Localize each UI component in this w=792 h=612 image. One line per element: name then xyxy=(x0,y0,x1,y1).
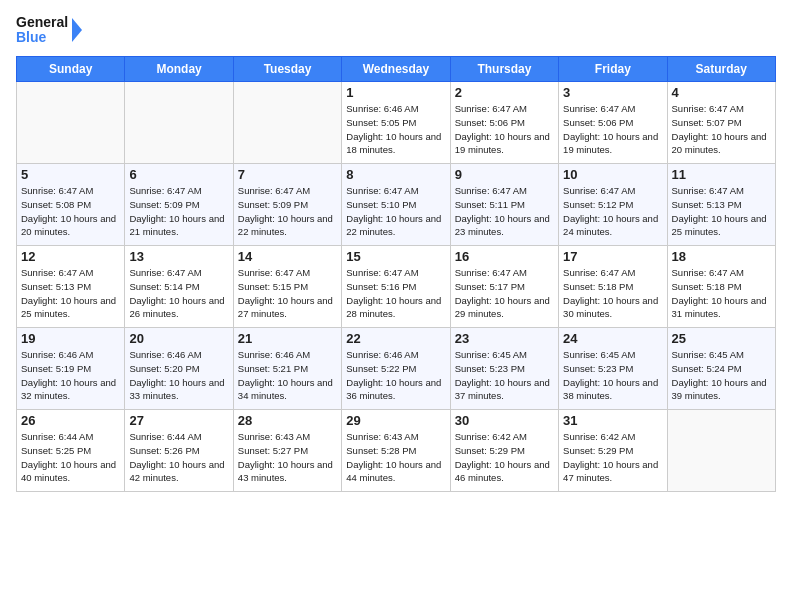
day-cell: 28Sunrise: 6:43 AMSunset: 5:27 PMDayligh… xyxy=(233,410,341,492)
day-number: 11 xyxy=(672,167,771,182)
day-number: 21 xyxy=(238,331,337,346)
day-cell: 26Sunrise: 6:44 AMSunset: 5:25 PMDayligh… xyxy=(17,410,125,492)
day-info: Sunrise: 6:47 AMSunset: 5:14 PMDaylight:… xyxy=(129,266,228,321)
day-number: 20 xyxy=(129,331,228,346)
day-number: 30 xyxy=(455,413,554,428)
day-info: Sunrise: 6:43 AMSunset: 5:28 PMDaylight:… xyxy=(346,430,445,485)
day-number: 5 xyxy=(21,167,120,182)
day-cell: 17Sunrise: 6:47 AMSunset: 5:18 PMDayligh… xyxy=(559,246,667,328)
week-row-1: 1Sunrise: 6:46 AMSunset: 5:05 PMDaylight… xyxy=(17,82,776,164)
day-number: 2 xyxy=(455,85,554,100)
day-info: Sunrise: 6:45 AMSunset: 5:23 PMDaylight:… xyxy=(563,348,662,403)
day-cell: 5Sunrise: 6:47 AMSunset: 5:08 PMDaylight… xyxy=(17,164,125,246)
day-cell: 1Sunrise: 6:46 AMSunset: 5:05 PMDaylight… xyxy=(342,82,450,164)
day-number: 28 xyxy=(238,413,337,428)
day-number: 1 xyxy=(346,85,445,100)
day-info: Sunrise: 6:44 AMSunset: 5:25 PMDaylight:… xyxy=(21,430,120,485)
day-cell: 8Sunrise: 6:47 AMSunset: 5:10 PMDaylight… xyxy=(342,164,450,246)
day-info: Sunrise: 6:46 AMSunset: 5:22 PMDaylight:… xyxy=(346,348,445,403)
day-cell: 27Sunrise: 6:44 AMSunset: 5:26 PMDayligh… xyxy=(125,410,233,492)
day-cell: 20Sunrise: 6:46 AMSunset: 5:20 PMDayligh… xyxy=(125,328,233,410)
day-info: Sunrise: 6:44 AMSunset: 5:26 PMDaylight:… xyxy=(129,430,228,485)
svg-text:General: General xyxy=(16,14,68,30)
day-number: 18 xyxy=(672,249,771,264)
header-cell-wednesday: Wednesday xyxy=(342,57,450,82)
day-cell xyxy=(125,82,233,164)
day-cell: 4Sunrise: 6:47 AMSunset: 5:07 PMDaylight… xyxy=(667,82,775,164)
week-row-4: 19Sunrise: 6:46 AMSunset: 5:19 PMDayligh… xyxy=(17,328,776,410)
day-info: Sunrise: 6:47 AMSunset: 5:15 PMDaylight:… xyxy=(238,266,337,321)
day-number: 10 xyxy=(563,167,662,182)
day-cell: 16Sunrise: 6:47 AMSunset: 5:17 PMDayligh… xyxy=(450,246,558,328)
day-info: Sunrise: 6:45 AMSunset: 5:23 PMDaylight:… xyxy=(455,348,554,403)
day-info: Sunrise: 6:47 AMSunset: 5:06 PMDaylight:… xyxy=(563,102,662,157)
day-cell: 22Sunrise: 6:46 AMSunset: 5:22 PMDayligh… xyxy=(342,328,450,410)
day-cell: 2Sunrise: 6:47 AMSunset: 5:06 PMDaylight… xyxy=(450,82,558,164)
day-info: Sunrise: 6:47 AMSunset: 5:13 PMDaylight:… xyxy=(21,266,120,321)
day-number: 14 xyxy=(238,249,337,264)
day-cell: 15Sunrise: 6:47 AMSunset: 5:16 PMDayligh… xyxy=(342,246,450,328)
day-cell: 14Sunrise: 6:47 AMSunset: 5:15 PMDayligh… xyxy=(233,246,341,328)
day-number: 27 xyxy=(129,413,228,428)
day-info: Sunrise: 6:46 AMSunset: 5:05 PMDaylight:… xyxy=(346,102,445,157)
day-cell: 29Sunrise: 6:43 AMSunset: 5:28 PMDayligh… xyxy=(342,410,450,492)
day-cell: 7Sunrise: 6:47 AMSunset: 5:09 PMDaylight… xyxy=(233,164,341,246)
day-number: 23 xyxy=(455,331,554,346)
day-number: 16 xyxy=(455,249,554,264)
svg-marker-2 xyxy=(72,18,82,42)
header-cell-friday: Friday xyxy=(559,57,667,82)
day-number: 15 xyxy=(346,249,445,264)
day-number: 29 xyxy=(346,413,445,428)
day-cell: 18Sunrise: 6:47 AMSunset: 5:18 PMDayligh… xyxy=(667,246,775,328)
week-row-2: 5Sunrise: 6:47 AMSunset: 5:08 PMDaylight… xyxy=(17,164,776,246)
week-row-3: 12Sunrise: 6:47 AMSunset: 5:13 PMDayligh… xyxy=(17,246,776,328)
day-number: 13 xyxy=(129,249,228,264)
day-number: 9 xyxy=(455,167,554,182)
day-number: 7 xyxy=(238,167,337,182)
header-cell-sunday: Sunday xyxy=(17,57,125,82)
header-cell-saturday: Saturday xyxy=(667,57,775,82)
day-info: Sunrise: 6:47 AMSunset: 5:06 PMDaylight:… xyxy=(455,102,554,157)
header-row: SundayMondayTuesdayWednesdayThursdayFrid… xyxy=(17,57,776,82)
day-cell: 11Sunrise: 6:47 AMSunset: 5:13 PMDayligh… xyxy=(667,164,775,246)
day-cell: 6Sunrise: 6:47 AMSunset: 5:09 PMDaylight… xyxy=(125,164,233,246)
day-cell: 13Sunrise: 6:47 AMSunset: 5:14 PMDayligh… xyxy=(125,246,233,328)
day-info: Sunrise: 6:47 AMSunset: 5:18 PMDaylight:… xyxy=(563,266,662,321)
day-info: Sunrise: 6:47 AMSunset: 5:07 PMDaylight:… xyxy=(672,102,771,157)
day-number: 12 xyxy=(21,249,120,264)
day-number: 17 xyxy=(563,249,662,264)
day-info: Sunrise: 6:47 AMSunset: 5:09 PMDaylight:… xyxy=(238,184,337,239)
week-row-5: 26Sunrise: 6:44 AMSunset: 5:25 PMDayligh… xyxy=(17,410,776,492)
day-cell: 24Sunrise: 6:45 AMSunset: 5:23 PMDayligh… xyxy=(559,328,667,410)
day-number: 24 xyxy=(563,331,662,346)
day-number: 22 xyxy=(346,331,445,346)
day-number: 31 xyxy=(563,413,662,428)
day-info: Sunrise: 6:47 AMSunset: 5:08 PMDaylight:… xyxy=(21,184,120,239)
day-info: Sunrise: 6:47 AMSunset: 5:11 PMDaylight:… xyxy=(455,184,554,239)
logo-svg: GeneralBlue xyxy=(16,12,86,48)
day-cell xyxy=(17,82,125,164)
day-info: Sunrise: 6:46 AMSunset: 5:21 PMDaylight:… xyxy=(238,348,337,403)
calendar-page: GeneralBlue SundayMondayTuesdayWednesday… xyxy=(0,0,792,612)
day-number: 25 xyxy=(672,331,771,346)
day-info: Sunrise: 6:46 AMSunset: 5:19 PMDaylight:… xyxy=(21,348,120,403)
day-number: 19 xyxy=(21,331,120,346)
day-info: Sunrise: 6:47 AMSunset: 5:17 PMDaylight:… xyxy=(455,266,554,321)
day-info: Sunrise: 6:45 AMSunset: 5:24 PMDaylight:… xyxy=(672,348,771,403)
day-number: 4 xyxy=(672,85,771,100)
logo: GeneralBlue xyxy=(16,12,86,48)
day-cell xyxy=(667,410,775,492)
day-cell: 12Sunrise: 6:47 AMSunset: 5:13 PMDayligh… xyxy=(17,246,125,328)
day-cell: 25Sunrise: 6:45 AMSunset: 5:24 PMDayligh… xyxy=(667,328,775,410)
header-cell-monday: Monday xyxy=(125,57,233,82)
header: GeneralBlue xyxy=(16,12,776,48)
day-cell: 19Sunrise: 6:46 AMSunset: 5:19 PMDayligh… xyxy=(17,328,125,410)
calendar-table: SundayMondayTuesdayWednesdayThursdayFrid… xyxy=(16,56,776,492)
day-info: Sunrise: 6:47 AMSunset: 5:10 PMDaylight:… xyxy=(346,184,445,239)
day-cell: 3Sunrise: 6:47 AMSunset: 5:06 PMDaylight… xyxy=(559,82,667,164)
header-cell-thursday: Thursday xyxy=(450,57,558,82)
day-cell: 21Sunrise: 6:46 AMSunset: 5:21 PMDayligh… xyxy=(233,328,341,410)
day-info: Sunrise: 6:46 AMSunset: 5:20 PMDaylight:… xyxy=(129,348,228,403)
day-info: Sunrise: 6:47 AMSunset: 5:09 PMDaylight:… xyxy=(129,184,228,239)
day-cell: 9Sunrise: 6:47 AMSunset: 5:11 PMDaylight… xyxy=(450,164,558,246)
